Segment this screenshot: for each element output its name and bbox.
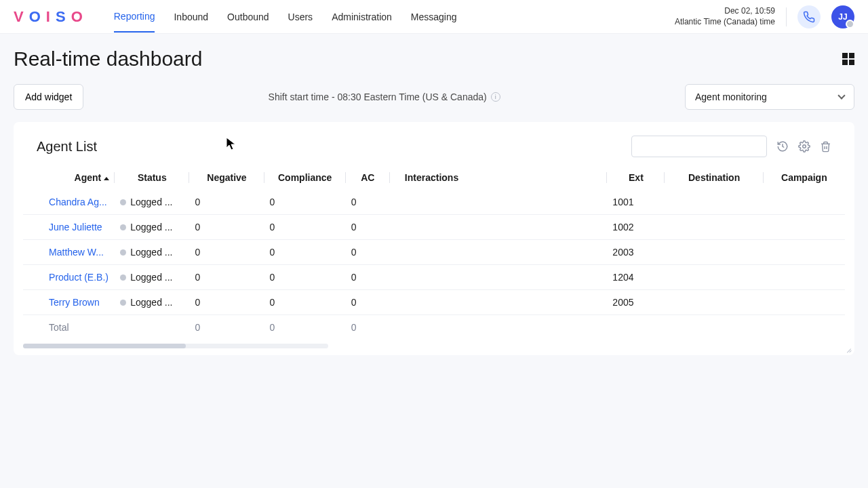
nav-reporting[interactable]: Reporting xyxy=(114,1,155,33)
cell-campaign xyxy=(764,290,845,315)
dashboard-selector[interactable]: Agent monitoring xyxy=(685,84,854,110)
scrollbar-thumb[interactable] xyxy=(23,344,186,348)
nav-inbound[interactable]: Inbound xyxy=(174,2,208,32)
nav-outbound[interactable]: Outbound xyxy=(227,2,269,32)
cell-destination xyxy=(665,265,763,290)
col-ext[interactable]: Ext xyxy=(607,165,665,190)
total-row: Total 0 0 0 xyxy=(23,315,845,340)
agent-link[interactable]: Terry Brown xyxy=(49,297,100,308)
logo-letter: S xyxy=(56,8,70,26)
cell-ext: 1002 xyxy=(607,215,665,240)
cell-negative: 0 xyxy=(189,215,264,240)
top-nav-bar: V O I S O Reporting Inbound Outbound Use… xyxy=(0,0,868,34)
cell-destination xyxy=(665,290,763,315)
col-destination[interactable]: Destination xyxy=(665,165,763,190)
col-agent[interactable]: Agent xyxy=(43,165,115,190)
status-dot-icon xyxy=(120,274,126,281)
cell-interactions xyxy=(390,215,608,240)
total-compliance: 0 xyxy=(264,315,346,340)
col-campaign[interactable]: Campaign xyxy=(764,165,845,190)
agent-table: Agent Status Negative Compliance AC Inte… xyxy=(23,165,845,340)
logo-letter: I xyxy=(46,8,54,26)
cell-ac: 0 xyxy=(346,190,390,215)
status-dot-icon xyxy=(120,249,126,256)
table-row: June JulietteLogged ...0001002 xyxy=(23,215,845,240)
datetime-display: Dec 02, 10:59 Atlantic Time (Canada) tim… xyxy=(675,6,775,27)
col-ac[interactable]: AC xyxy=(346,165,390,190)
current-datetime: Dec 02, 10:59 xyxy=(675,6,775,17)
col-negative[interactable]: Negative xyxy=(189,165,264,190)
main-nav: Reporting Inbound Outbound Users Adminis… xyxy=(114,1,675,33)
timezone-label: Atlantic Time (Canada) time xyxy=(675,17,775,28)
logo-letter: O xyxy=(71,8,87,26)
cell-ext: 1204 xyxy=(607,265,665,290)
cell-compliance: 0 xyxy=(264,240,346,265)
col-status[interactable]: Status xyxy=(115,165,189,190)
agent-list-widget: Agent List xyxy=(14,122,854,355)
nav-administration[interactable]: Administration xyxy=(332,2,392,32)
horizontal-scrollbar[interactable] xyxy=(23,344,328,348)
logo-letter: O xyxy=(29,8,45,26)
avatar[interactable]: JJ xyxy=(831,5,854,28)
col-interactions[interactable]: Interactions xyxy=(390,165,608,190)
resize-handle[interactable] xyxy=(845,346,852,352)
status-cell: Logged ... xyxy=(120,247,184,258)
cell-ext: 2005 xyxy=(607,290,665,315)
cell-ac: 0 xyxy=(346,265,390,290)
shift-info-text: Shift start time - 08:30 Eastern Time (U… xyxy=(269,92,487,102)
gear-icon[interactable] xyxy=(798,140,810,152)
shift-info: Shift start time - 08:30 Eastern Time (U… xyxy=(269,92,500,102)
table-header-row: Agent Status Negative Compliance AC Inte… xyxy=(23,165,845,190)
nav-users[interactable]: Users xyxy=(288,2,313,32)
col-compliance[interactable]: Compliance xyxy=(264,165,346,190)
trash-icon[interactable] xyxy=(820,141,831,152)
history-icon[interactable] xyxy=(776,140,789,152)
status-cell: Logged ... xyxy=(120,197,184,207)
cell-interactions xyxy=(390,290,608,315)
agent-link[interactable]: Product (E.B.) xyxy=(49,272,108,283)
table-row: Chandra Ag...Logged ...0001001 xyxy=(23,190,845,215)
cell-compliance: 0 xyxy=(264,290,346,315)
status-cell: Logged ... xyxy=(120,272,184,283)
status-cell: Logged ... xyxy=(120,297,184,308)
cell-destination xyxy=(665,240,763,265)
info-icon[interactable]: i xyxy=(491,92,500,102)
search-input[interactable] xyxy=(631,136,767,157)
cell-compliance: 0 xyxy=(264,190,346,215)
total-label: Total xyxy=(43,315,115,340)
agent-link[interactable]: Chandra Ag... xyxy=(49,197,107,207)
agent-link[interactable]: June Juliette xyxy=(49,222,102,232)
search-wrap xyxy=(631,136,767,157)
page-title: Real-time dashboard xyxy=(14,47,202,70)
status-dot-icon xyxy=(120,199,126,205)
nav-messaging[interactable]: Messaging xyxy=(411,2,457,32)
table-row: Matthew W...Logged ...0002003 xyxy=(23,240,845,265)
cell-ext: 1001 xyxy=(607,190,665,215)
cell-destination xyxy=(665,215,763,240)
svg-point-0 xyxy=(803,145,806,148)
widget-title: Agent List xyxy=(37,139,97,155)
cell-interactions xyxy=(390,240,608,265)
phone-icon[interactable] xyxy=(797,5,821,28)
agent-link[interactable]: Matthew W... xyxy=(49,247,104,258)
sort-up-icon xyxy=(104,177,109,180)
cell-destination xyxy=(665,190,763,215)
cell-interactions xyxy=(390,265,608,290)
cell-compliance: 0 xyxy=(264,265,346,290)
cell-campaign xyxy=(764,265,845,290)
cell-negative: 0 xyxy=(189,290,264,315)
add-widget-button[interactable]: Add widget xyxy=(14,84,83,110)
cell-negative: 0 xyxy=(189,240,264,265)
cell-interactions xyxy=(390,190,608,215)
logo: V O I S O xyxy=(14,8,87,26)
grid-view-icon[interactable] xyxy=(842,53,854,65)
logo-letter: V xyxy=(14,8,28,26)
chevron-down-icon xyxy=(837,92,845,99)
table-row: Product (E.B.)Logged ...0001204 xyxy=(23,265,845,290)
cell-ext: 2003 xyxy=(607,240,665,265)
cell-ac: 0 xyxy=(346,290,390,315)
cell-campaign xyxy=(764,190,845,215)
total-ac: 0 xyxy=(346,315,390,340)
status-cell: Logged ... xyxy=(120,222,184,232)
divider xyxy=(786,7,787,26)
